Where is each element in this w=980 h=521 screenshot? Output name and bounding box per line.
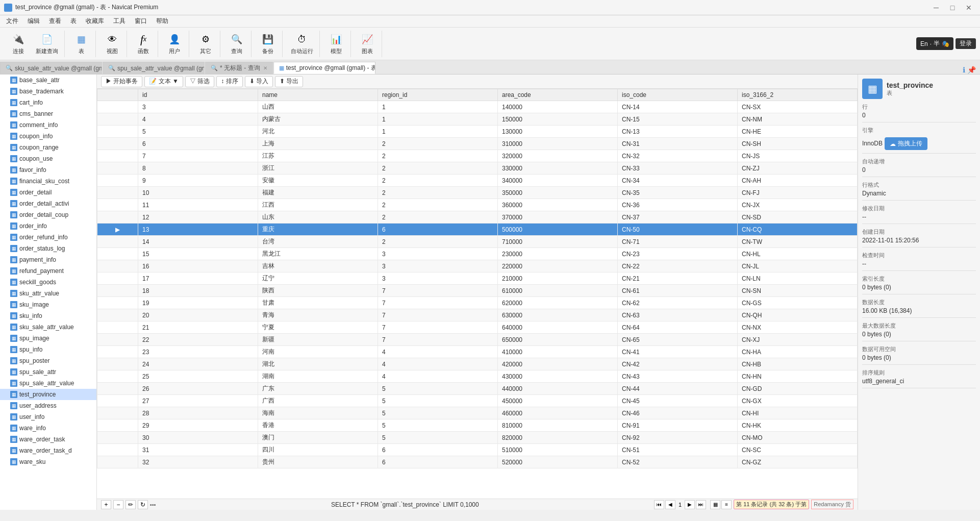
sidebar-item-sku_attr_value[interactable]: sku_attr_value: [0, 288, 96, 299]
sidebar-item-comment_info[interactable]: comment_info: [0, 119, 96, 131]
table-button[interactable]: ▦ 表: [69, 31, 93, 57]
sidebar-item-spu_sale_attr_value[interactable]: spu_sale_attr_value: [0, 378, 96, 389]
next-page-button[interactable]: ▶: [685, 500, 695, 509]
col-header-id[interactable]: id: [138, 89, 258, 101]
col-header-iso_code[interactable]: iso_code: [618, 89, 738, 101]
sidebar-item-user_info[interactable]: user_info: [0, 411, 96, 423]
sidebar-item-ware_sku[interactable]: ware_sku: [0, 456, 96, 467]
sidebar-item-coupon_range[interactable]: coupon_range: [0, 142, 96, 153]
maximize-button[interactable]: □: [945, 3, 960, 13]
close-button[interactable]: ✕: [962, 3, 976, 13]
other-button[interactable]: ⚙ 其它: [193, 31, 218, 57]
tab-close-untitled[interactable]: ✕: [263, 65, 267, 71]
menu-item-查看[interactable]: 查看: [45, 16, 65, 27]
table-row[interactable]: 31四川6510000CN-51CN-SC: [97, 444, 858, 456]
table-row[interactable]: 5河北1130000CN-13CN-HE: [97, 126, 858, 138]
info-icon[interactable]: ℹ: [963, 66, 965, 74]
sidebar-item-base_sale_attr[interactable]: base_sale_attr: [0, 75, 96, 86]
sidebar-item-spu_image[interactable]: spu_image: [0, 333, 96, 344]
table-row[interactable]: 19甘肃7620000CN-62CN-GS: [97, 297, 858, 309]
sidebar-item-cart_info[interactable]: cart_info: [0, 97, 96, 108]
sort-button[interactable]: ↕ 排序: [216, 76, 242, 87]
sidebar-item-order_detail_activi[interactable]: order_detail_activi: [0, 198, 96, 209]
sidebar-item-financial_sku_cost[interactable]: financial_sku_cost: [0, 176, 96, 187]
lang-indicator[interactable]: En · 半 🎭: [916, 37, 953, 50]
col-header-iso_3166_2[interactable]: iso_3166_2: [738, 89, 858, 101]
menu-item-表[interactable]: 表: [66, 16, 81, 27]
backup-button[interactable]: 💾 备份: [256, 31, 280, 57]
last-page-button[interactable]: ⏭: [696, 500, 706, 509]
minimize-button[interactable]: ─: [929, 3, 943, 13]
refresh-button[interactable]: ↻: [138, 500, 148, 509]
edit-row-button[interactable]: ✏: [125, 500, 136, 509]
text-button[interactable]: 📝 文本 ▼: [144, 76, 183, 87]
tab-sku-sale[interactable]: 🔍sku_sale_attr_value @gmall (gmall) - ..…: [0, 62, 102, 74]
table-row[interactable]: 8浙江2330000CN-33CN-ZJ: [97, 162, 858, 175]
table-row[interactable]: 21宁夏7640000CN-64CN-NX: [97, 321, 858, 334]
table-row[interactable]: 7江苏2320000CN-32CN-JS: [97, 150, 858, 162]
menu-item-文件[interactable]: 文件: [2, 16, 22, 27]
sidebar-item-test_province[interactable]: test_province: [0, 389, 96, 400]
filter-button[interactable]: ▽ 筛选: [185, 76, 214, 87]
sidebar-item-order_info[interactable]: order_info: [0, 220, 96, 232]
table-row[interactable]: 29香港5810000CN-91CN-HK: [97, 419, 858, 432]
add-row-button[interactable]: +: [101, 500, 111, 509]
col-header-name[interactable]: name: [258, 89, 378, 101]
start-transaction-button[interactable]: ▶ 开始事务: [101, 76, 142, 87]
table-row[interactable]: 9安徽2340000CN-34CN-AH: [97, 175, 858, 187]
table-row[interactable]: 20青海7630000CN-63CN-QH: [97, 309, 858, 321]
menu-item-收藏库[interactable]: 收藏库: [82, 16, 108, 27]
table-row[interactable]: 32贵州6520000CN-52CN-GZ: [97, 456, 858, 468]
pin-icon[interactable]: 📌: [967, 66, 976, 74]
sidebar-item-coupon_use[interactable]: coupon_use: [0, 153, 96, 164]
menu-item-窗口[interactable]: 窗口: [131, 16, 151, 27]
sidebar-item-base_trademark[interactable]: base_trademark: [0, 86, 96, 97]
login-button[interactable]: 登录: [956, 38, 976, 49]
sidebar-item-ware_info[interactable]: ware_info: [0, 423, 96, 434]
grid-view-button[interactable]: ▦: [710, 500, 720, 509]
table-row[interactable]: 4内蒙古1150000CN-15CN-NM: [97, 113, 858, 126]
tab-test-province[interactable]: ▦test_province @gmall (gmall) - 表✕: [273, 62, 375, 74]
sidebar-item-seckill_goods[interactable]: seckill_goods: [0, 277, 96, 288]
table-row[interactable]: 11江西2360000CN-36CN-JX: [97, 199, 858, 211]
list-view-button[interactable]: ≡: [721, 500, 732, 509]
table-row[interactable]: 24湖北4420000CN-42CN-HB: [97, 358, 858, 370]
table-row[interactable]: 30澳门5820000CN-92CN-MO: [97, 432, 858, 444]
view-button[interactable]: 👁 视图: [100, 31, 124, 57]
sidebar-item-user_address[interactable]: user_address: [0, 400, 96, 411]
table-row[interactable]: 17辽宁3210000CN-21CN-LN: [97, 272, 858, 285]
user-button[interactable]: 👤 用户: [162, 31, 187, 57]
export-button[interactable]: ⬆ 导出: [275, 76, 303, 87]
sidebar-item-order_detail_coup[interactable]: order_detail_coup: [0, 209, 96, 220]
import-button[interactable]: ⬇ 导入: [245, 76, 273, 87]
model-button[interactable]: 📊 模型: [324, 31, 348, 57]
table-row[interactable]: 27广西5450000CN-45CN-GX: [97, 395, 858, 407]
prev-page-button[interactable]: ◀: [665, 500, 675, 509]
table-row[interactable]: 25湖南4430000CN-43CN-HN: [97, 370, 858, 383]
table-row[interactable]: 6上海2310000CN-31CN-SH: [97, 138, 858, 150]
table-row[interactable]: 26广东5440000CN-44CN-GD: [97, 383, 858, 395]
menu-item-帮助[interactable]: 帮助: [152, 16, 172, 27]
sidebar-item-payment_info[interactable]: payment_info: [0, 254, 96, 265]
table-row[interactable]: 10福建2350000CN-35CN-FJ: [97, 187, 858, 199]
table-row[interactable]: 16吉林3220000CN-22CN-JL: [97, 260, 858, 272]
sidebar-item-ware_order_task_d[interactable]: ware_order_task_d: [0, 445, 96, 456]
function-button[interactable]: fx 函数: [131, 31, 156, 57]
sidebar-item-sku_sale_attr_value[interactable]: sku_sale_attr_value: [0, 321, 96, 333]
new-query-button[interactable]: 📄 新建查询: [32, 31, 62, 57]
sidebar-item-ware_order_task[interactable]: ware_order_task: [0, 434, 96, 445]
autorun-button[interactable]: ⏱ 自动运行: [287, 31, 317, 57]
tab-spu-sale[interactable]: 🔍spu_sale_attr_value @gmall (gmall) - ..…: [103, 62, 205, 74]
sidebar-item-order_status_log[interactable]: order_status_log: [0, 243, 96, 254]
table-row[interactable]: 22新疆7650000CN-65CN-XJ: [97, 334, 858, 346]
col-header-region_id[interactable]: region_id: [378, 89, 498, 101]
table-row[interactable]: 23河南4410000CN-41CN-HA: [97, 346, 858, 358]
menu-item-编辑[interactable]: 编辑: [23, 16, 44, 27]
table-row[interactable]: 14台湾2710000CN-71CN-TW: [97, 236, 858, 248]
sidebar-item-cms_banner[interactable]: cms_banner: [0, 108, 96, 119]
sidebar-item-sku_image[interactable]: sku_image: [0, 299, 96, 310]
chart-button[interactable]: 📈 图表: [355, 31, 380, 57]
col-header-area_code[interactable]: area_code: [498, 89, 618, 101]
upload-button[interactable]: ☁拖拽上传: [885, 137, 927, 150]
sidebar-item-order_refund_info[interactable]: order_refund_info: [0, 232, 96, 243]
